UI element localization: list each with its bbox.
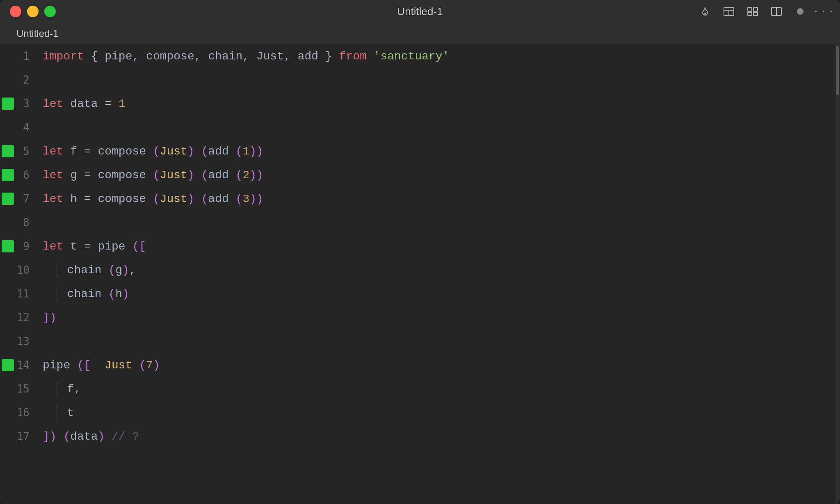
gutter: 1 2 3 4 [0, 44, 33, 504]
svg-rect-6 [753, 12, 758, 16]
line-num-2: 2 [15, 74, 33, 86]
traffic-lights [10, 6, 56, 17]
code-line-6: let g = compose (Just) (add (2)) [43, 163, 835, 187]
line-num-10: 10 [15, 264, 33, 276]
more-menu-button[interactable]: ··· [818, 5, 830, 18]
breakpoint-1 [2, 50, 14, 62]
layout-icon[interactable] [723, 5, 735, 18]
line-num-1: 1 [15, 50, 33, 62]
breakpoint-9[interactable] [2, 240, 14, 252]
code-line-11: chain (h) [43, 282, 835, 306]
breakpoint-15 [2, 383, 14, 395]
breakpoint-8 [2, 216, 14, 229]
breakpoint-17 [2, 430, 14, 443]
line-num-11: 11 [15, 288, 33, 300]
status-dot [794, 5, 806, 18]
breakpoint-16 [2, 406, 14, 419]
code-line-17: ]) (data) // ? [43, 425, 835, 448]
line-num-4: 4 [15, 121, 33, 134]
code-line-7: let h = compose (Just) (add (3)) [43, 187, 835, 211]
breakpoint-7[interactable] [2, 193, 14, 205]
line-num-5: 5 [15, 145, 33, 157]
breakpoint-6[interactable] [2, 169, 14, 181]
code-line-13 [43, 329, 835, 353]
code-line-10: chain (g), [43, 258, 835, 282]
line-num-16: 16 [15, 406, 33, 419]
svg-rect-4 [753, 7, 758, 11]
close-button[interactable] [10, 6, 21, 17]
code-line-9: let t = pipe ([ [43, 234, 835, 258]
code-line-2 [43, 68, 835, 92]
breakpoint-5[interactable] [2, 145, 14, 157]
code-line-4 [43, 116, 835, 139]
line-num-7: 7 [15, 193, 33, 205]
code-line-1: import { pipe, compose, chain, Just, add… [43, 44, 835, 68]
breakpoint-12 [2, 311, 14, 324]
tab-untitled[interactable]: Untitled-1 [8, 25, 67, 43]
code-line-16: t [43, 401, 835, 425]
grid-icon[interactable] [746, 5, 759, 18]
minimize-button[interactable] [27, 6, 39, 17]
tab-bar: Untitled-1 [0, 23, 840, 44]
line-num-15: 15 [15, 383, 33, 395]
toolbar-right: ··· [699, 5, 830, 18]
line-num-14: 14 [15, 359, 33, 371]
svg-rect-3 [748, 7, 752, 11]
code-line-15: f, [43, 377, 835, 401]
maximize-button[interactable] [44, 6, 56, 17]
code-line-3: let data = 1 [43, 92, 835, 116]
code-line-8 [43, 211, 835, 234]
breakpoint-13 [2, 335, 14, 347]
window-title: Untitled-1 [397, 5, 443, 18]
line-num-9: 9 [15, 240, 33, 252]
breakpoint-3[interactable] [2, 98, 14, 110]
breakpoint-10 [2, 264, 14, 276]
code-line-5: let f = compose (Just) (add (1)) [43, 139, 835, 163]
code-line-12: ]) [43, 306, 835, 329]
line-num-13: 13 [15, 335, 33, 347]
breakpoint-4 [2, 121, 14, 134]
title-bar: Untitled-1 [0, 0, 840, 23]
line-num-6: 6 [15, 169, 33, 181]
code-editor[interactable]: import { pipe, compose, chain, Just, add… [33, 44, 835, 504]
breakpoint-11 [2, 288, 14, 300]
line-num-8: 8 [15, 216, 33, 229]
line-num-17: 17 [15, 430, 33, 443]
line-num-12: 12 [15, 311, 33, 324]
split-icon[interactable] [770, 5, 783, 18]
code-line-14: pipe ([ Just (7) [43, 353, 835, 377]
editor-window: Untitled-1 [0, 0, 840, 504]
editor-area: 1 2 3 4 [0, 44, 840, 504]
breakpoint-14[interactable] [2, 359, 14, 371]
line-num-3: 3 [15, 98, 33, 110]
scrollbar[interactable] [835, 44, 840, 504]
breakpoint-2 [2, 74, 14, 86]
scrollbar-thumb[interactable] [836, 46, 839, 95]
svg-rect-5 [748, 12, 752, 16]
flame-icon[interactable] [699, 5, 711, 18]
